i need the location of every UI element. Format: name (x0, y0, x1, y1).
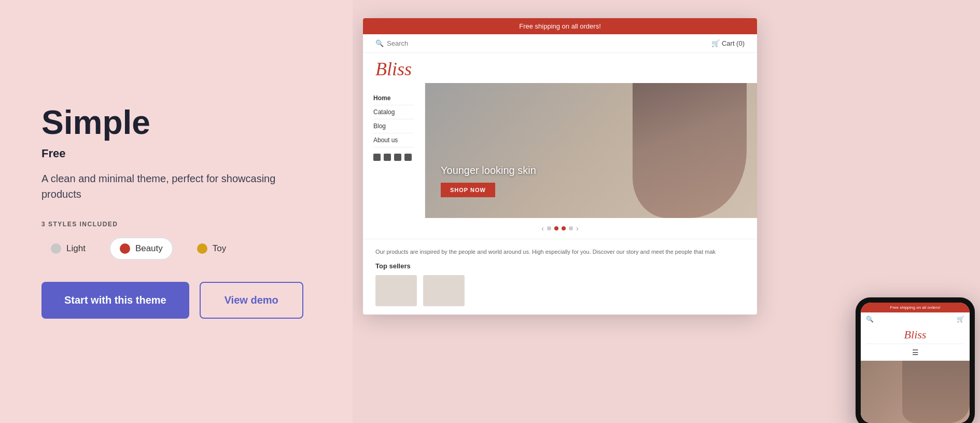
view-demo-button[interactable]: View demo (200, 282, 303, 319)
carousel-prev[interactable]: ‹ (541, 224, 544, 233)
carousel-dots: ‹ › (363, 218, 757, 239)
announcement-bar: Free shipping on all orders! (363, 18, 757, 34)
buttons-row: Start with this theme View demo (41, 282, 311, 319)
dot-3[interactable] (562, 226, 566, 230)
cart-label: Cart (0) (722, 39, 745, 47)
twitter-icon (384, 154, 391, 161)
pinterest-icon (394, 154, 401, 161)
mobile-mockup: Free shipping on all orders! 🔍 🛒 Bliss ☰ (856, 297, 975, 423)
theme-description: A clean and minimal theme, perfect for s… (41, 171, 311, 202)
dot-1[interactable] (547, 226, 551, 230)
style-option-toy[interactable]: Toy (188, 238, 235, 259)
mobile-hero-image (902, 361, 970, 423)
store-header: 🔍 Search 🛒 Cart (0) (363, 34, 757, 53)
shop-now-button[interactable]: SHOP NOW (441, 183, 495, 197)
theme-price: Free (41, 147, 311, 160)
store-nav: Home Catalog Blog About us (363, 83, 425, 218)
footer-description: Our products are inspired by the people … (375, 248, 745, 257)
top-sellers-label: Top sellers (375, 262, 745, 270)
mobile-cart-icon[interactable]: 🛒 (957, 316, 964, 323)
theme-name: Simple (41, 104, 311, 141)
store-logo-text: Bliss (375, 58, 745, 80)
mobile-announcement: Free shipping on all orders! (861, 303, 970, 312)
nav-blog[interactable]: Blog (373, 119, 414, 133)
nav-about[interactable]: About us (373, 133, 414, 147)
beauty-label: Beauty (135, 243, 163, 254)
store-hero: Younger looking skin SHOP NOW (425, 83, 757, 218)
dot-2[interactable] (554, 226, 558, 230)
toy-label: Toy (213, 243, 226, 254)
mobile-hero (861, 361, 970, 423)
mobile-screen: Free shipping on all orders! 🔍 🛒 Bliss ☰ (861, 303, 970, 423)
toy-dot (197, 243, 207, 254)
style-option-light[interactable]: Light (41, 238, 95, 259)
product-thumb-2 (423, 275, 465, 306)
left-panel: Simple Free A clean and minimal theme, p… (0, 0, 353, 423)
mobile-menu-icon[interactable]: ☰ (861, 344, 970, 361)
styles-label: 3 STYLES INCLUDED (41, 221, 311, 228)
beauty-dot (120, 243, 130, 254)
social-icons (373, 154, 414, 161)
instagram-icon (404, 154, 412, 161)
hero-person-image (633, 83, 747, 218)
carousel-next[interactable]: › (576, 224, 579, 233)
search-label: Search (387, 39, 408, 47)
search-area[interactable]: 🔍 Search (375, 39, 408, 47)
mobile-search-icon[interactable]: 🔍 (866, 316, 874, 323)
right-panel: Free shipping on all orders! 🔍 Search 🛒 … (353, 0, 980, 423)
search-icon: 🔍 (375, 39, 384, 47)
mobile-logo-text: Bliss (863, 328, 968, 342)
styles-row: Light Beauty Toy (41, 237, 311, 260)
light-label: Light (66, 243, 86, 254)
light-dot (51, 243, 61, 254)
mobile-header: 🔍 🛒 (861, 312, 970, 326)
product-thumbnails (375, 275, 745, 306)
start-theme-button[interactable]: Start with this theme (41, 282, 189, 319)
facebook-icon (373, 154, 381, 161)
hero-text: Younger looking skin (441, 165, 536, 176)
product-thumb-1 (375, 275, 417, 306)
hero-overlay: Younger looking skin SHOP NOW (441, 165, 536, 197)
cart-area[interactable]: 🛒 Cart (0) (711, 39, 745, 47)
store-bottom-content: Our products are inspired by the people … (363, 239, 757, 315)
nav-catalog[interactable]: Catalog (373, 105, 414, 119)
store-body: Home Catalog Blog About us Younger looki… (363, 83, 757, 218)
store-logo: Bliss (363, 53, 757, 83)
mobile-logo: Bliss (861, 326, 970, 344)
desktop-mockup: Free shipping on all orders! 🔍 Search 🛒 … (363, 18, 757, 315)
nav-home[interactable]: Home (373, 91, 414, 105)
dot-4[interactable] (569, 226, 573, 230)
style-option-beauty[interactable]: Beauty (109, 237, 173, 260)
